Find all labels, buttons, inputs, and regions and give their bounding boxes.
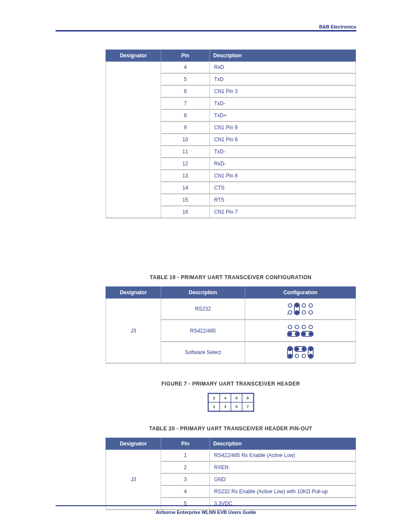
cell-description: TxD- (210, 146, 356, 158)
cell-pin: 2 (161, 461, 210, 473)
cell-description: RXEN (210, 461, 356, 473)
figure7-header-diagram: 24681357 (106, 393, 356, 412)
svg-point-43 (309, 348, 312, 350)
cell-description: RxD (210, 62, 356, 74)
svg-point-44 (309, 355, 312, 357)
svg-point-23 (296, 333, 298, 335)
cell-pin: 7 (161, 97, 210, 109)
svg-point-38 (289, 355, 291, 357)
table-pinout: Designator Pin Description 4RxD5TxD6CN1 … (106, 50, 356, 218)
col-description: Description (161, 287, 245, 299)
cell-pin: 15 (161, 194, 210, 206)
table-row: J31RS422/485 Rx Enable (Active Low) (106, 450, 356, 462)
cell-pin: 8 (161, 109, 210, 121)
table-transceiver-config: Designator Description Configuration J3R… (106, 286, 356, 364)
svg-point-26 (309, 333, 312, 335)
svg-point-0 (288, 304, 292, 307)
svg-text:4: 4 (224, 396, 226, 400)
cell-description: GND (210, 473, 356, 485)
svg-text:8: 8 (246, 396, 249, 400)
svg-point-15 (309, 325, 312, 329)
cell-pin: 3 (161, 473, 210, 485)
svg-point-22 (289, 333, 291, 335)
cell-description: CN1 Pin 6 (210, 134, 356, 146)
footer-rule (56, 505, 356, 506)
table-row: J3RS2321 (106, 299, 356, 320)
col-description: Description (210, 50, 356, 62)
cell-pin: 10 (161, 134, 210, 146)
cell-configuration: 1 (245, 342, 356, 363)
cell-pin: 14 (161, 182, 210, 194)
cell-description: RS232 Rx Enable (Active Low) with 10KΩ P… (210, 485, 356, 498)
svg-text:3: 3 (224, 404, 226, 409)
cell-pin: 16 (161, 206, 210, 218)
cell-description: RTS (210, 194, 356, 206)
svg-point-14 (302, 325, 305, 329)
col-configuration: Configuration (245, 287, 356, 299)
svg-point-32 (295, 354, 299, 358)
cell-pin: 4 (161, 62, 210, 74)
svg-point-40 (296, 348, 298, 350)
svg-text:6: 6 (235, 396, 237, 400)
cell-designator (106, 62, 161, 218)
cell-description: TxD+ (210, 109, 356, 121)
svg-point-4 (288, 311, 292, 314)
table19-caption: TABLE 19 - PRIMARY UART TRANSCEIVER CONF… (106, 274, 356, 280)
table-header-pinout: Designator Pin Description J31RS422/485 … (106, 438, 356, 510)
cell-pin: 6 (161, 85, 210, 97)
cell-pin: 13 (161, 170, 210, 182)
cell-description: RS422/485 (161, 320, 245, 341)
col-pin: Pin (161, 50, 210, 62)
svg-point-7 (309, 311, 312, 314)
svg-point-41 (302, 348, 305, 350)
cell-description: RS232 (161, 299, 245, 320)
svg-point-2 (302, 304, 305, 307)
svg-point-25 (302, 333, 305, 335)
cell-pin: 5 (161, 498, 210, 510)
svg-point-37 (289, 348, 291, 350)
cell-description: CN1 Pin 3 (210, 85, 356, 97)
svg-text:7: 7 (246, 404, 249, 409)
cell-description: Software Select (161, 342, 245, 363)
col-description: Description (210, 438, 356, 450)
svg-point-3 (309, 304, 312, 307)
col-designator: Designator (106, 50, 161, 62)
cell-pin: 11 (161, 146, 210, 158)
cell-description: TxD (210, 73, 356, 85)
svg-point-13 (295, 325, 299, 329)
cell-description: RxD- (210, 158, 356, 170)
col-pin: Pin (161, 438, 210, 450)
cell-designator: J3 (106, 450, 161, 510)
cell-description: CN1 Pin 7 (210, 206, 356, 218)
cell-pin: 9 (161, 121, 210, 134)
svg-text:1: 1 (213, 404, 215, 409)
cell-configuration: 1 (245, 320, 356, 341)
col-designator: Designator (106, 287, 161, 299)
cell-designator: J3 (106, 299, 161, 364)
cell-configuration: 1 (245, 299, 356, 320)
page-footer: Airborne Enterprise WLNN EVB Users Guide (56, 510, 356, 515)
svg-point-11 (296, 311, 298, 314)
content-area: Designator Pin Description 4RxD5TxD6CN1 … (106, 50, 356, 510)
table20-caption: TABLE 20 - PRIMARY UART TRANSCEIVER HEAD… (106, 426, 356, 432)
cell-description: 3.3VDC (210, 498, 356, 510)
header-rule (56, 30, 356, 31)
cell-pin: 12 (161, 158, 210, 170)
cell-description: CN1 Pin 8 (210, 170, 356, 182)
figure7-caption: FIGURE 7 - PRIMARY UART TRANSCEIVER HEAD… (106, 381, 356, 387)
svg-point-10 (296, 304, 298, 307)
svg-point-6 (302, 311, 305, 314)
cell-description: CN1 Pin 9 (210, 121, 356, 134)
svg-text:5: 5 (235, 404, 237, 409)
svg-point-33 (302, 354, 305, 358)
cell-description: CTS (210, 182, 356, 194)
cell-pin: 1 (161, 450, 210, 462)
svg-point-12 (288, 325, 292, 329)
col-designator: Designator (106, 438, 161, 450)
cell-pin: 4 (161, 485, 210, 498)
cell-pin: 5 (161, 73, 210, 85)
page-header-brand: B&B Electronics (56, 24, 356, 29)
cell-description: TxD- (210, 97, 356, 109)
svg-text:2: 2 (213, 396, 215, 400)
cell-description: RS422/485 Rx Enable (Active Low) (210, 450, 356, 462)
